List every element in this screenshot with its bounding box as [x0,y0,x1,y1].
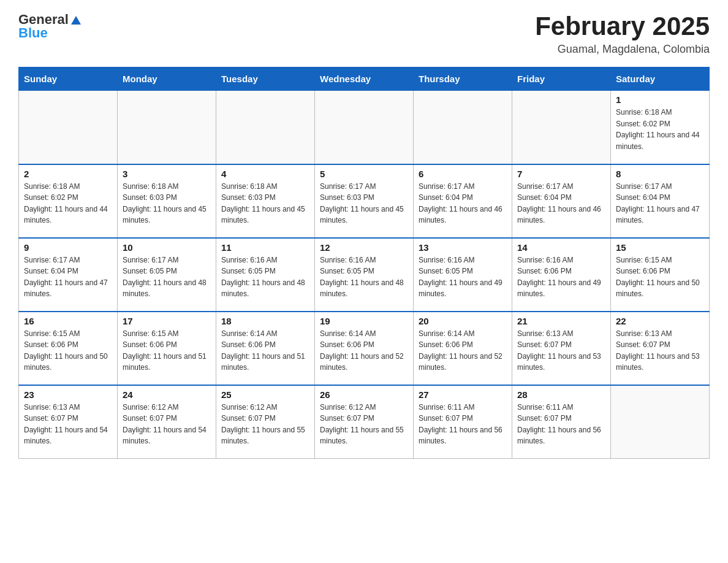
day-info: Sunrise: 6:15 AM Sunset: 6:06 PM Dayligh… [24,328,112,373]
table-row: 10Sunrise: 6:17 AM Sunset: 6:05 PM Dayli… [118,238,216,312]
table-row: 3Sunrise: 6:18 AM Sunset: 6:03 PM Daylig… [118,164,216,238]
table-row: 22Sunrise: 6:13 AM Sunset: 6:07 PM Dayli… [611,312,710,385]
day-info: Sunrise: 6:17 AM Sunset: 6:03 PM Dayligh… [320,181,408,226]
table-row: 18Sunrise: 6:14 AM Sunset: 6:06 PM Dayli… [216,312,315,385]
day-info: Sunrise: 6:12 AM Sunset: 6:07 PM Dayligh… [320,402,408,447]
svg-marker-0 [71,16,81,25]
day-number: 11 [221,242,309,253]
day-info: Sunrise: 6:18 AM Sunset: 6:02 PM Dayligh… [24,181,112,226]
day-info: Sunrise: 6:11 AM Sunset: 6:07 PM Dayligh… [419,402,507,447]
table-row: 14Sunrise: 6:16 AM Sunset: 6:06 PM Dayli… [512,238,611,312]
table-row: 11Sunrise: 6:16 AM Sunset: 6:05 PM Dayli… [216,238,315,312]
day-number: 20 [419,316,507,326]
table-row: 2Sunrise: 6:18 AM Sunset: 6:02 PM Daylig… [19,164,118,238]
day-info: Sunrise: 6:17 AM Sunset: 6:05 PM Dayligh… [123,255,211,300]
day-info: Sunrise: 6:13 AM Sunset: 6:07 PM Dayligh… [24,402,112,447]
day-number: 7 [517,169,605,179]
col-saturday: Saturday [611,67,710,91]
day-info: Sunrise: 6:16 AM Sunset: 6:05 PM Dayligh… [221,255,309,300]
table-row: 12Sunrise: 6:16 AM Sunset: 6:05 PM Dayli… [315,238,414,312]
table-row: 19Sunrise: 6:14 AM Sunset: 6:06 PM Dayli… [315,312,414,385]
day-number: 15 [616,242,704,253]
calendar-week-row: 23Sunrise: 6:13 AM Sunset: 6:07 PM Dayli… [19,385,710,459]
day-info: Sunrise: 6:16 AM Sunset: 6:05 PM Dayligh… [320,255,408,300]
day-number: 14 [517,242,605,253]
table-row [414,91,512,164]
calendar-table: Sunday Monday Tuesday Wednesday Thursday… [18,67,710,459]
calendar-week-row: 16Sunrise: 6:15 AM Sunset: 6:06 PM Dayli… [19,312,710,385]
day-info: Sunrise: 6:12 AM Sunset: 6:07 PM Dayligh… [221,402,309,447]
table-row: 25Sunrise: 6:12 AM Sunset: 6:07 PM Dayli… [216,385,315,459]
col-sunday: Sunday [19,67,118,91]
table-row: 16Sunrise: 6:15 AM Sunset: 6:06 PM Dayli… [19,312,118,385]
day-number: 13 [419,242,507,253]
calendar-week-row: 9Sunrise: 6:17 AM Sunset: 6:04 PM Daylig… [19,238,710,312]
day-number: 24 [123,389,211,400]
table-row: 28Sunrise: 6:11 AM Sunset: 6:07 PM Dayli… [512,385,611,459]
day-info: Sunrise: 6:14 AM Sunset: 6:06 PM Dayligh… [320,328,408,373]
table-row [611,385,710,459]
logo-triangle-icon [70,13,82,26]
day-number: 27 [419,389,507,400]
day-info: Sunrise: 6:15 AM Sunset: 6:06 PM Dayligh… [123,328,211,373]
day-info: Sunrise: 6:13 AM Sunset: 6:07 PM Dayligh… [517,328,605,373]
day-info: Sunrise: 6:18 AM Sunset: 6:03 PM Dayligh… [123,181,211,226]
table-row: 26Sunrise: 6:12 AM Sunset: 6:07 PM Dayli… [315,385,414,459]
day-info: Sunrise: 6:14 AM Sunset: 6:06 PM Dayligh… [419,328,507,373]
month-title: February 2025 [535,12,710,40]
day-info: Sunrise: 6:15 AM Sunset: 6:06 PM Dayligh… [616,255,704,300]
day-number: 1 [616,94,704,105]
table-row [118,91,216,164]
day-number: 12 [320,242,408,253]
day-info: Sunrise: 6:13 AM Sunset: 6:07 PM Dayligh… [616,328,704,373]
day-info: Sunrise: 6:18 AM Sunset: 6:02 PM Dayligh… [616,107,704,152]
day-info: Sunrise: 6:14 AM Sunset: 6:06 PM Dayligh… [221,328,309,373]
day-number: 25 [221,389,309,400]
logo-blue-text: Blue [18,26,82,40]
title-area: February 2025 Guamal, Magdalena, Colombi… [535,12,710,56]
table-row: 17Sunrise: 6:15 AM Sunset: 6:06 PM Dayli… [118,312,216,385]
day-number: 16 [24,316,112,326]
table-row: 8Sunrise: 6:17 AM Sunset: 6:04 PM Daylig… [611,164,710,238]
table-row [216,91,315,164]
day-info: Sunrise: 6:18 AM Sunset: 6:03 PM Dayligh… [221,181,309,226]
table-row: 5Sunrise: 6:17 AM Sunset: 6:03 PM Daylig… [315,164,414,238]
col-monday: Monday [118,67,216,91]
table-row: 4Sunrise: 6:18 AM Sunset: 6:03 PM Daylig… [216,164,315,238]
col-tuesday: Tuesday [216,67,315,91]
day-number: 19 [320,316,408,326]
day-info: Sunrise: 6:17 AM Sunset: 6:04 PM Dayligh… [24,255,112,300]
day-number: 6 [419,169,507,179]
day-number: 18 [221,316,309,326]
table-row: 27Sunrise: 6:11 AM Sunset: 6:07 PM Dayli… [414,385,512,459]
day-number: 10 [123,242,211,253]
day-number: 23 [24,389,112,400]
day-number: 5 [320,169,408,179]
table-row: 15Sunrise: 6:15 AM Sunset: 6:06 PM Dayli… [611,238,710,312]
day-info: Sunrise: 6:11 AM Sunset: 6:07 PM Dayligh… [517,402,605,447]
day-number: 4 [221,169,309,179]
day-info: Sunrise: 6:16 AM Sunset: 6:06 PM Dayligh… [517,255,605,300]
page-header: General Blue February 2025 Guamal, Magda… [18,12,710,56]
table-row: 6Sunrise: 6:17 AM Sunset: 6:04 PM Daylig… [414,164,512,238]
table-row [315,91,414,164]
day-info: Sunrise: 6:17 AM Sunset: 6:04 PM Dayligh… [517,181,605,226]
table-row [19,91,118,164]
day-number: 9 [24,242,112,253]
day-number: 2 [24,169,112,179]
day-number: 17 [123,316,211,326]
day-info: Sunrise: 6:17 AM Sunset: 6:04 PM Dayligh… [419,181,507,226]
table-row: 9Sunrise: 6:17 AM Sunset: 6:04 PM Daylig… [19,238,118,312]
table-row: 13Sunrise: 6:16 AM Sunset: 6:05 PM Dayli… [414,238,512,312]
day-number: 22 [616,316,704,326]
table-row: 7Sunrise: 6:17 AM Sunset: 6:04 PM Daylig… [512,164,611,238]
col-wednesday: Wednesday [315,67,414,91]
day-info: Sunrise: 6:17 AM Sunset: 6:04 PM Dayligh… [616,181,704,226]
day-number: 26 [320,389,408,400]
day-info: Sunrise: 6:16 AM Sunset: 6:05 PM Dayligh… [419,255,507,300]
col-thursday: Thursday [414,67,512,91]
location-title: Guamal, Magdalena, Colombia [535,43,710,56]
table-row: 23Sunrise: 6:13 AM Sunset: 6:07 PM Dayli… [19,385,118,459]
calendar-header-row: Sunday Monday Tuesday Wednesday Thursday… [19,67,710,91]
table-row: 1Sunrise: 6:18 AM Sunset: 6:02 PM Daylig… [611,91,710,164]
